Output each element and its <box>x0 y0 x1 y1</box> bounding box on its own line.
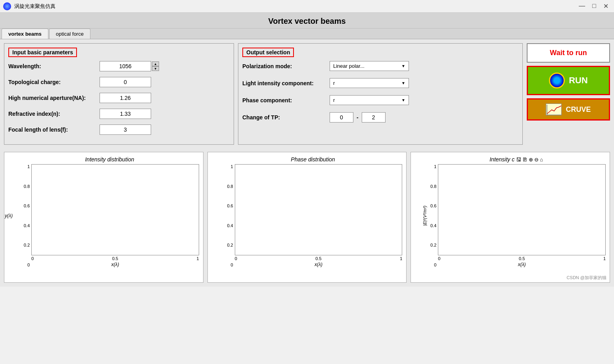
phase-component-label: Phase component: <box>242 97 330 103</box>
intensity-xlabel: x(λ) <box>31 262 199 267</box>
topological-label: Topological charge: <box>8 79 100 85</box>
zoom-in-icon[interactable]: ⊕ <box>529 157 533 163</box>
phase-component-dropdown[interactable]: r ▼ <box>330 95 409 105</box>
focal-label: Focal length of lens(f): <box>8 126 100 133</box>
tab-optical-force[interactable]: optical force <box>49 29 90 39</box>
na-row: High numerical aperture(NA): <box>8 93 230 103</box>
wavelength-row: Wavelength: ▲ ▼ <box>8 61 230 71</box>
run-panel: Wait to run RUN CRUVE <box>527 43 610 145</box>
output-panel: Output selection Polarization mode: Line… <box>238 43 523 145</box>
tp-to-input[interactable] <box>362 112 386 123</box>
phase-x-labels: 0 0.5 1 <box>235 255 403 261</box>
tp-dash: - <box>357 114 359 121</box>
refractive-label: Refractive index(n): <box>8 111 100 117</box>
title-bar: 涡旋光束聚焦仿真 — □ ✕ <box>0 0 614 13</box>
refractive-row: Refractive index(n): <box>8 109 230 119</box>
topological-input[interactable] <box>100 77 151 87</box>
phase-plot-area <box>235 164 403 255</box>
na-label: High numerical aperture(NA): <box>8 95 100 101</box>
wavelength-input[interactable] <box>100 61 151 71</box>
window-controls[interactable]: — □ ✕ <box>576 2 611 10</box>
cruve-label: CRUVE <box>566 105 591 114</box>
plots-section: Intensity distribution 1 0.8 0.6 0.4 0.2… <box>0 149 614 287</box>
run-label: RUN <box>569 75 588 86</box>
intensity-component-dropdown[interactable]: r ▼ <box>330 78 409 88</box>
title-bar-left: 涡旋光束聚焦仿真 <box>3 2 56 10</box>
focal-row: Focal length of lens(f): <box>8 125 230 135</box>
intensity-c-plot: Intensity c 🖫 🖹 ⊕ ⊖ ⌂ 1 0.8 0.6 0.4 0.2 … <box>411 152 610 283</box>
refractive-input[interactable] <box>100 109 151 119</box>
cruve-button[interactable]: CRUVE <box>527 98 610 121</box>
change-tp-label: Change of TP: <box>242 114 330 121</box>
phase-plot: Phase distribution 1 0.8 0.6 0.4 0.2 0 0… <box>207 152 407 283</box>
intensity-component-label: Light intensity component: <box>242 80 330 86</box>
right-panel: Output selection Polarization mode: Line… <box>238 43 610 145</box>
intensity-plot-area <box>31 164 199 255</box>
tab-vortex-beams[interactable]: vortex beams <box>2 29 48 39</box>
polarization-dropdown[interactable]: Linear polar... ▼ <box>330 61 409 71</box>
cruve-icon <box>546 103 562 115</box>
window-title: 涡旋光束聚焦仿真 <box>14 3 56 10</box>
main-content: Input basic parameters Wavelength: ▲ ▼ T… <box>0 39 614 149</box>
close-button[interactable]: ✕ <box>601 2 611 10</box>
run-button[interactable]: RUN <box>527 66 610 95</box>
intensity-plot-title: Intensity distribution <box>20 156 199 163</box>
app-icon <box>3 2 11 10</box>
tp-from-input[interactable] <box>330 112 353 123</box>
intensity-c-plot-area <box>438 164 606 255</box>
home-icon[interactable]: ⌂ <box>540 157 543 163</box>
copy-icon[interactable]: 🖹 <box>522 157 528 163</box>
wavelength-spin-down[interactable]: ▼ <box>152 66 159 71</box>
na-input[interactable] <box>100 93 151 103</box>
svg-rect-0 <box>546 104 562 115</box>
polarization-row: Polarization mode: Linear polar... ▼ <box>242 61 518 71</box>
input-panel-title: Input basic parameters <box>8 48 77 57</box>
zoom-out-icon[interactable]: ⊖ <box>534 157 539 163</box>
tab-bar: vortex beams optical force <box>0 29 614 39</box>
phase-plot-title: Phase distribution <box>224 156 403 163</box>
polarization-dropdown-arrow: ▼ <box>401 64 405 68</box>
wavelength-input-group: ▲ ▼ <box>100 61 159 71</box>
change-tp-row: Change of TP: - <box>242 112 518 123</box>
intensity-x-labels: 0 0.5 1 <box>31 255 199 261</box>
intensity-plot: Intensity distribution 1 0.8 0.6 0.4 0.2… <box>4 152 203 283</box>
intensity-ylabel: y(λ) <box>5 213 13 218</box>
phase-xlabel: x(λ) <box>235 262 403 267</box>
run-icon <box>549 73 565 88</box>
polarization-label: Polarization mode: <box>242 63 330 69</box>
maximize-button[interactable]: □ <box>590 2 599 10</box>
wavelength-label: Wavelength: <box>8 63 100 69</box>
app-title: Vortex vector beams <box>0 13 614 29</box>
intensity-c-ylabel: |E|²(V²/m²) <box>423 206 428 226</box>
wait-to-run-button[interactable]: Wait to run <box>527 43 610 63</box>
intensity-c-x-labels: 0 0.5 1 <box>438 255 606 261</box>
wavelength-spin-up[interactable]: ▲ <box>152 61 159 66</box>
intensity-component-row: Light intensity component: r ▼ <box>242 78 518 88</box>
intensity-c-xlabel: x(λ) <box>438 262 606 267</box>
plot-toolbar: 🖫 🖹 ⊕ ⊖ ⌂ <box>516 157 543 163</box>
phase-dropdown-arrow: ▼ <box>401 98 405 102</box>
input-panel: Input basic parameters Wavelength: ▲ ▼ T… <box>4 43 234 145</box>
save-icon[interactable]: 🖫 <box>516 157 521 163</box>
topological-row: Topological charge: <box>8 77 230 87</box>
output-panel-title: Output selection <box>242 48 294 57</box>
phase-component-row: Phase component: r ▼ <box>242 95 518 105</box>
focal-input[interactable] <box>100 125 151 135</box>
intensity-c-y-axis: 1 0.8 0.6 0.4 0.2 0 <box>427 164 438 267</box>
intensity-c-plot-title: Intensity c <box>489 156 514 163</box>
minimize-button[interactable]: — <box>576 2 587 10</box>
watermark: CSDN @加菲家的猫 <box>567 275 606 281</box>
intensity-y-axis: 1 0.8 0.6 0.4 0.2 0 <box>20 164 31 267</box>
wavelength-spin: ▲ ▼ <box>152 61 159 71</box>
change-tp-inputs: - <box>330 112 386 123</box>
intensity-dropdown-arrow: ▼ <box>401 81 405 85</box>
phase-y-axis: 1 0.8 0.6 0.4 0.2 0 <box>224 164 235 267</box>
